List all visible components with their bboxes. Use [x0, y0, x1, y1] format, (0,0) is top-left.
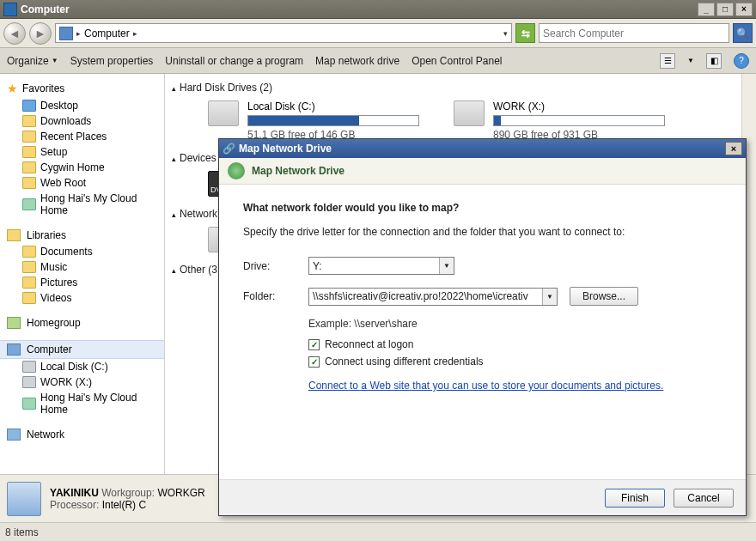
search-button[interactable]: 🔍	[733, 23, 753, 43]
group-hdd[interactable]: ▴Hard Disk Drives (2)	[165, 74, 756, 97]
favorites-header[interactable]: Favorites	[0, 79, 164, 98]
diff-creds-checkbox[interactable]: ✓	[308, 356, 320, 368]
folder-label: Folder:	[243, 290, 308, 302]
dialog-question: What network folder would you like to ma…	[243, 202, 722, 214]
browse-button[interactable]: Browse...	[570, 287, 638, 306]
folder-combobox[interactable]: \\sshfs\icreativ@icreativ.pro!2022\home\…	[308, 288, 558, 306]
nav-toolbar: ◄ ► ▸ Computer ▸ ▾ ⇆ Search Computer 🔍	[0, 19, 756, 48]
sidebar-item-recent[interactable]: Recent Places	[0, 129, 164, 144]
help-button[interactable]: ?	[734, 53, 749, 69]
organize-menu[interactable]: Organize▼	[7, 55, 58, 67]
control-panel-button[interactable]: Open Control Panel	[412, 55, 502, 67]
system-properties-button[interactable]: System properties	[70, 55, 154, 67]
sidebar-item-cygwin[interactable]: Cygwin Home	[0, 160, 164, 175]
connect-website-link[interactable]: Connect to a Web site that you can use t…	[308, 380, 663, 392]
dialog-titlebar[interactable]: 🔗 Map Network Drive ×	[219, 139, 746, 158]
preview-pane-button[interactable]: ◧	[706, 53, 722, 69]
computer-icon	[59, 27, 73, 40]
drive-label: Drive:	[243, 260, 308, 272]
sidebar-item-desktop[interactable]: Desktop	[0, 98, 164, 113]
app-icon	[3, 3, 17, 16]
cancel-button[interactable]: Cancel	[674, 489, 734, 508]
sidebar-item-work[interactable]: WORK (X:)	[0, 374, 164, 390]
uninstall-button[interactable]: Uninstall or change a program	[165, 55, 303, 67]
status-text: 8 items	[5, 526, 39, 538]
search-input[interactable]: Search Computer	[539, 23, 729, 43]
sidebar-item-localdisk[interactable]: Local Disk (C:)	[0, 359, 164, 374]
drive-icon	[454, 100, 485, 126]
sidebar-item-documents[interactable]: Documents	[0, 244, 164, 259]
reconnect-checkbox[interactable]: ✓	[308, 339, 320, 350]
sidebar-item-setup[interactable]: Setup	[0, 144, 164, 160]
drive-usage-bar	[493, 115, 665, 126]
drive-select[interactable]: Y: ▼	[308, 257, 454, 275]
drive-usage-bar	[247, 115, 419, 126]
minimize-button[interactable]: _	[698, 3, 715, 16]
chevron-down-icon[interactable]: ▼	[439, 258, 454, 274]
folder-example: Example: \\server\share	[308, 318, 722, 330]
breadcrumb-root[interactable]: Computer	[84, 27, 130, 40]
back-button[interactable]: ◄	[3, 22, 26, 45]
nav-tree: Favorites Desktop Downloads Recent Place…	[0, 74, 165, 522]
sidebar-item-mycloud[interactable]: Hong Hai's My Cloud Home	[0, 191, 164, 218]
libraries-header[interactable]: Libraries	[0, 227, 164, 244]
sidebar-item-mycloud-drive[interactable]: Hong Hai's My Cloud Home	[0, 390, 164, 417]
sidebar-item-webroot[interactable]: Web Root	[0, 175, 164, 191]
dialog-icon: 🔗	[223, 143, 235, 155]
sidebar-item-music[interactable]: Music	[0, 259, 164, 275]
close-button[interactable]: ×	[735, 3, 753, 16]
dialog-close-button[interactable]: ×	[725, 142, 742, 155]
sidebar-item-pictures[interactable]: Pictures	[0, 275, 164, 290]
computer-large-icon	[7, 482, 41, 516]
search-placeholder: Search Computer	[543, 27, 624, 40]
reconnect-label[interactable]: Reconnect at logon	[325, 338, 413, 350]
drive-icon	[208, 100, 239, 126]
dialog-header: Map Network Drive	[219, 158, 746, 185]
wizard-icon	[228, 162, 245, 179]
window-title: Computer	[21, 3, 698, 15]
computer-header[interactable]: Computer	[0, 340, 164, 359]
view-mode-button[interactable]: ☰	[660, 53, 675, 69]
chevron-right-icon: ▸	[76, 29, 81, 38]
forward-button[interactable]: ►	[29, 22, 52, 45]
map-network-drive-dialog: 🔗 Map Network Drive × Map Network Drive …	[218, 138, 747, 516]
chevron-down-icon[interactable]: ▼	[542, 289, 557, 305]
status-bar: 8 items	[0, 522, 756, 541]
homegroup-header[interactable]: Homegroup	[0, 314, 164, 331]
finish-button[interactable]: Finish	[605, 489, 665, 508]
window-titlebar: Computer _ □ ×	[0, 0, 756, 19]
drive-name: Local Disk (C:)	[247, 100, 419, 112]
drive-item-c[interactable]: Local Disk (C:) 51.1 GB free of 146 GB	[208, 100, 419, 141]
details-name: YAKINIKU	[50, 487, 99, 499]
address-breadcrumb[interactable]: ▸ Computer ▸ ▾	[55, 23, 512, 43]
sidebar-item-downloads[interactable]: Downloads	[0, 113, 164, 129]
dialog-title: Map Network Drive	[239, 143, 332, 155]
chevron-right-icon[interactable]: ▸	[133, 29, 137, 38]
breadcrumb-dropdown[interactable]: ▾	[503, 29, 508, 38]
sidebar-item-videos[interactable]: Videos	[0, 290, 164, 306]
command-bar: Organize▼ System properties Uninstall or…	[0, 48, 756, 74]
network-header[interactable]: Network	[0, 426, 164, 443]
drive-name: WORK (X:)	[493, 100, 665, 112]
drive-item-x[interactable]: WORK (X:) 890 GB free of 931 GB	[454, 100, 665, 141]
refresh-button[interactable]: ⇆	[515, 23, 535, 43]
maximize-button[interactable]: □	[716, 3, 734, 16]
dialog-desc: Specify the drive letter for the connect…	[243, 226, 722, 238]
diff-creds-label[interactable]: Connect using different credentials	[325, 356, 484, 368]
map-drive-button[interactable]: Map network drive	[315, 55, 399, 67]
